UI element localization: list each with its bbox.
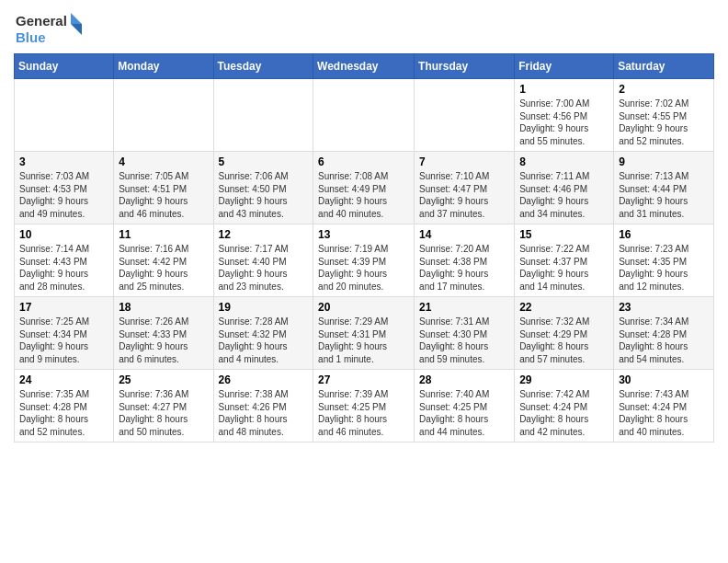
day-number: 18 — [119, 301, 208, 314]
weekday-thursday: Thursday — [415, 54, 515, 79]
svg-text:Blue: Blue — [16, 29, 46, 45]
day-cell — [15, 79, 114, 152]
svg-text:General: General — [16, 13, 67, 29]
week-row-2: 3Sunrise: 7:03 AMSunset: 4:53 PMDaylight… — [15, 152, 714, 224]
day-cell: 6Sunrise: 7:08 AMSunset: 4:49 PMDaylight… — [313, 152, 415, 224]
day-number: 1 — [519, 83, 609, 96]
day-info: Sunrise: 7:25 AMSunset: 4:34 PMDaylight:… — [19, 316, 108, 365]
day-cell: 27Sunrise: 7:39 AMSunset: 4:25 PMDayligh… — [313, 370, 415, 442]
day-number: 13 — [318, 228, 409, 241]
day-cell: 5Sunrise: 7:06 AMSunset: 4:50 PMDaylight… — [213, 152, 313, 224]
day-info: Sunrise: 7:42 AMSunset: 4:24 PMDaylight:… — [519, 388, 609, 438]
day-info: Sunrise: 7:06 AMSunset: 4:50 PMDaylight:… — [219, 170, 309, 220]
day-cell: 29Sunrise: 7:42 AMSunset: 4:24 PMDayligh… — [515, 370, 614, 442]
svg-marker-3 — [71, 24, 82, 35]
day-number: 22 — [519, 301, 609, 314]
day-info: Sunrise: 7:16 AMSunset: 4:42 PMDaylight:… — [119, 243, 208, 293]
day-cell: 14Sunrise: 7:20 AMSunset: 4:38 PMDayligh… — [415, 224, 515, 297]
day-info: Sunrise: 7:23 AMSunset: 4:35 PMDaylight:… — [619, 243, 709, 293]
day-number: 27 — [318, 373, 409, 386]
day-number: 11 — [119, 228, 208, 241]
day-info: Sunrise: 7:43 AMSunset: 4:24 PMDaylight:… — [619, 388, 709, 438]
day-info: Sunrise: 7:38 AMSunset: 4:26 PMDaylight:… — [219, 388, 309, 438]
day-cell: 1Sunrise: 7:00 AMSunset: 4:56 PMDaylight… — [515, 79, 614, 152]
day-info: Sunrise: 7:13 AMSunset: 4:44 PMDaylight:… — [619, 170, 709, 220]
day-cell: 23Sunrise: 7:34 AMSunset: 4:28 PMDayligh… — [614, 297, 714, 370]
day-number: 25 — [119, 373, 208, 386]
weekday-sunday: Sunday — [15, 54, 114, 79]
day-number: 4 — [119, 155, 208, 168]
day-number: 8 — [519, 155, 609, 168]
day-info: Sunrise: 7:22 AMSunset: 4:37 PMDaylight:… — [519, 243, 609, 293]
day-number: 24 — [19, 373, 108, 386]
day-info: Sunrise: 7:36 AMSunset: 4:27 PMDaylight:… — [119, 388, 208, 438]
header: GeneralBlue — [14, 9, 714, 46]
day-cell — [415, 79, 515, 152]
day-number: 28 — [419, 373, 509, 386]
week-row-1: 1Sunrise: 7:00 AMSunset: 4:56 PMDaylight… — [15, 79, 714, 152]
day-cell: 4Sunrise: 7:05 AMSunset: 4:51 PMDaylight… — [114, 152, 213, 224]
day-number: 7 — [419, 155, 509, 168]
weekday-friday: Friday — [515, 54, 614, 79]
weekday-wednesday: Wednesday — [313, 54, 415, 79]
day-number: 5 — [219, 155, 309, 168]
weekday-header-row: SundayMondayTuesdayWednesdayThursdayFrid… — [15, 54, 714, 79]
day-info: Sunrise: 7:08 AMSunset: 4:49 PMDaylight:… — [318, 170, 409, 220]
logo: GeneralBlue — [14, 9, 91, 46]
day-cell: 26Sunrise: 7:38 AMSunset: 4:26 PMDayligh… — [213, 370, 313, 442]
day-cell: 2Sunrise: 7:02 AMSunset: 4:55 PMDaylight… — [614, 79, 714, 152]
weekday-saturday: Saturday — [614, 54, 714, 79]
day-number: 29 — [519, 373, 609, 386]
weekday-monday: Monday — [114, 54, 213, 79]
day-cell: 3Sunrise: 7:03 AMSunset: 4:53 PMDaylight… — [15, 152, 114, 224]
day-cell: 22Sunrise: 7:32 AMSunset: 4:29 PMDayligh… — [515, 297, 614, 370]
day-number: 23 — [619, 301, 709, 314]
day-info: Sunrise: 7:00 AMSunset: 4:56 PMDaylight:… — [519, 98, 609, 147]
day-number: 21 — [419, 301, 509, 314]
day-cell: 28Sunrise: 7:40 AMSunset: 4:25 PMDayligh… — [415, 370, 515, 442]
day-number: 26 — [219, 373, 309, 386]
day-info: Sunrise: 7:03 AMSunset: 4:53 PMDaylight:… — [19, 170, 108, 220]
week-row-3: 10Sunrise: 7:14 AMSunset: 4:43 PMDayligh… — [15, 224, 714, 297]
day-number: 9 — [619, 155, 709, 168]
day-number: 12 — [219, 228, 309, 241]
day-cell: 9Sunrise: 7:13 AMSunset: 4:44 PMDaylight… — [614, 152, 714, 224]
day-number: 17 — [19, 301, 108, 314]
day-cell: 12Sunrise: 7:17 AMSunset: 4:40 PMDayligh… — [213, 224, 313, 297]
day-cell: 8Sunrise: 7:11 AMSunset: 4:46 PMDaylight… — [515, 152, 614, 224]
day-number: 3 — [19, 155, 108, 168]
day-cell: 18Sunrise: 7:26 AMSunset: 4:33 PMDayligh… — [114, 297, 213, 370]
day-info: Sunrise: 7:14 AMSunset: 4:43 PMDaylight:… — [19, 243, 108, 293]
day-info: Sunrise: 7:34 AMSunset: 4:28 PMDaylight:… — [619, 316, 709, 365]
day-info: Sunrise: 7:28 AMSunset: 4:32 PMDaylight:… — [219, 316, 309, 365]
day-info: Sunrise: 7:29 AMSunset: 4:31 PMDaylight:… — [318, 316, 409, 365]
svg-marker-2 — [71, 13, 82, 24]
day-cell: 13Sunrise: 7:19 AMSunset: 4:39 PMDayligh… — [313, 224, 415, 297]
day-cell: 25Sunrise: 7:36 AMSunset: 4:27 PMDayligh… — [114, 370, 213, 442]
day-info: Sunrise: 7:17 AMSunset: 4:40 PMDaylight:… — [219, 243, 309, 293]
day-number: 19 — [219, 301, 309, 314]
day-number: 20 — [318, 301, 409, 314]
day-cell: 19Sunrise: 7:28 AMSunset: 4:32 PMDayligh… — [213, 297, 313, 370]
day-info: Sunrise: 7:02 AMSunset: 4:55 PMDaylight:… — [619, 98, 709, 147]
day-info: Sunrise: 7:19 AMSunset: 4:39 PMDaylight:… — [318, 243, 409, 293]
day-number: 6 — [318, 155, 409, 168]
day-cell: 20Sunrise: 7:29 AMSunset: 4:31 PMDayligh… — [313, 297, 415, 370]
day-number: 16 — [619, 228, 709, 241]
day-number: 10 — [19, 228, 108, 241]
day-cell: 21Sunrise: 7:31 AMSunset: 4:30 PMDayligh… — [415, 297, 515, 370]
day-number: 15 — [519, 228, 609, 241]
day-cell: 11Sunrise: 7:16 AMSunset: 4:42 PMDayligh… — [114, 224, 213, 297]
day-cell — [313, 79, 415, 152]
day-cell: 7Sunrise: 7:10 AMSunset: 4:47 PMDaylight… — [415, 152, 515, 224]
day-cell: 30Sunrise: 7:43 AMSunset: 4:24 PMDayligh… — [614, 370, 714, 442]
page: GeneralBlue SundayMondayTuesdayWednesday… — [0, 0, 728, 563]
day-info: Sunrise: 7:31 AMSunset: 4:30 PMDaylight:… — [419, 316, 509, 365]
day-cell — [114, 79, 213, 152]
day-number: 14 — [419, 228, 509, 241]
day-info: Sunrise: 7:11 AMSunset: 4:46 PMDaylight:… — [519, 170, 609, 220]
day-cell: 15Sunrise: 7:22 AMSunset: 4:37 PMDayligh… — [515, 224, 614, 297]
day-cell: 10Sunrise: 7:14 AMSunset: 4:43 PMDayligh… — [15, 224, 114, 297]
day-info: Sunrise: 7:39 AMSunset: 4:25 PMDaylight:… — [318, 388, 409, 438]
calendar: SundayMondayTuesdayWednesdayThursdayFrid… — [14, 53, 714, 442]
